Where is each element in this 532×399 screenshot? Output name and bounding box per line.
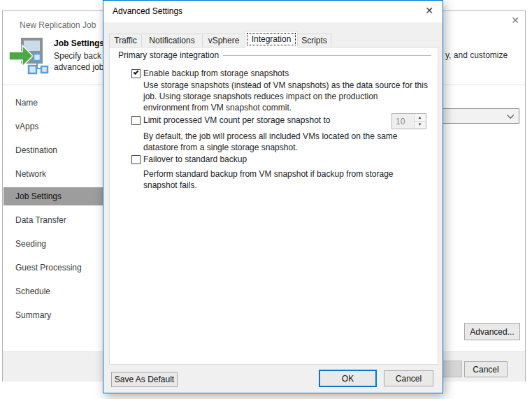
spin-down-icon[interactable]: ▼ <box>414 122 425 128</box>
failover-label[interactable]: Failover to standard backup <box>143 154 247 164</box>
check-icon <box>134 69 139 75</box>
sidebar-item-seeding[interactable]: Seeding <box>3 235 105 253</box>
screen: New Replication Job ✕ Job Settings Speci… <box>0 0 532 399</box>
sidebar-item-job-settings[interactable]: Job Settings <box>3 187 105 205</box>
spinner-buttons: ▲ ▼ <box>414 115 425 128</box>
failover-description: Perform standard backup from VM snapshot… <box>143 168 394 191</box>
spin-up-icon[interactable]: ▲ <box>414 115 425 122</box>
limit-vm-count-description: By default, the job will process all inc… <box>143 131 398 153</box>
failover-checkbox[interactable] <box>131 155 141 164</box>
description-line: By default, the job will process all inc… <box>143 131 398 142</box>
description-line: snapshot fails. <box>143 180 394 191</box>
sidebar-item-guest-processing[interactable]: Guest Processing <box>3 259 105 277</box>
tab-integration[interactable]: Integration <box>245 31 298 48</box>
enable-backup-checkbox[interactable] <box>131 69 141 78</box>
wizard-steps-sidebar: Name vApps Destination Network Job Setti… <box>3 11 105 381</box>
limit-vm-count-label[interactable]: Limit processed VM count per storage sna… <box>143 115 330 125</box>
tab-vsphere[interactable]: vSphere <box>202 34 245 48</box>
description-line: Perform standard backup from VM snapshot… <box>143 168 394 180</box>
group-divider <box>223 55 431 56</box>
dialog-cancel-button[interactable]: Cancel <box>384 370 433 386</box>
sidebar-item-network[interactable]: Network <box>3 165 105 183</box>
sidebar-item-schedule[interactable]: Schedule <box>3 282 105 300</box>
group-header: Primary storage integration <box>118 50 431 60</box>
chevron-down-icon <box>507 112 514 119</box>
description-line: Use storage snapshots (instead of VM sna… <box>143 80 428 91</box>
wizard-cancel-button[interactable]: Cancel <box>464 361 508 377</box>
vm-count-spinner[interactable]: 10 ▲ ▼ <box>391 113 426 129</box>
tab-scripts[interactable]: Scripts <box>297 34 331 48</box>
integration-tab-panel: Primary storage integration Enable backu… <box>109 47 438 365</box>
limit-vm-count-checkbox[interactable] <box>131 116 141 125</box>
description-line: job. Using storage snapshots reduces imp… <box>143 91 428 102</box>
sidebar-item-vapps[interactable]: vApps <box>3 117 105 136</box>
enable-backup-description: Use storage snapshots (instead of VM sna… <box>143 80 428 113</box>
ok-button[interactable]: OK <box>319 370 377 387</box>
vm-count-value: 10 <box>396 117 405 126</box>
dialog-titlebar: Advanced Settings ✕ <box>103 1 443 22</box>
enable-backup-label[interactable]: Enable backup from storage snapshots <box>143 68 289 78</box>
dialog-close-icon[interactable]: ✕ <box>425 5 433 16</box>
tab-notifications[interactable]: Notifications <box>141 34 203 48</box>
save-as-default-button[interactable]: Save As Default <box>111 372 178 387</box>
step-description-right-fragment: y, and customize <box>445 50 508 60</box>
sidebar-item-summary[interactable]: Summary <box>3 306 105 324</box>
tab-bar: Traffic Notifications vSphere Integratio… <box>109 33 331 48</box>
group-title: Primary storage integration <box>118 50 223 60</box>
advanced-settings-dialog: Advanced Settings ✕ Traffic Notification… <box>103 0 443 393</box>
advanced-button[interactable]: Advanced... <box>464 323 520 340</box>
description-line: environment from VM snapshot commit. <box>143 102 428 113</box>
sidebar-item-name[interactable]: Name <box>3 94 105 112</box>
sidebar-item-destination[interactable]: Destination <box>3 141 105 159</box>
window-close-icon[interactable]: ✕ <box>511 15 519 26</box>
dialog-title: Advanced Settings <box>113 6 182 16</box>
tab-traffic[interactable]: Traffic <box>109 34 142 48</box>
description-line: datastore from a single storage snapshot… <box>143 142 398 153</box>
sidebar-item-data-transfer[interactable]: Data Transfer <box>3 211 105 229</box>
